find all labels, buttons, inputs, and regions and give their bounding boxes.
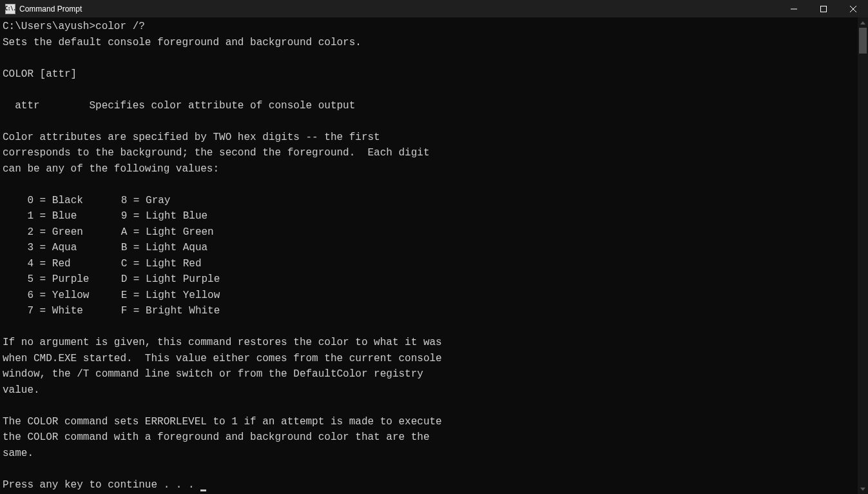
scrollbar-thumb[interactable] [859,28,867,54]
noarg-line-3: window, the /T command line switch or fr… [3,368,423,380]
explain-line-1: Color attributes are specified by TWO he… [3,132,380,143]
color-row: 6 = Yellow E = Light Yellow [27,290,220,301]
errorlevel-line-3: same. [3,448,34,459]
color-row: 5 = Purple D = Light Purple [27,273,220,285]
command-prompt-window: C:\. Command Prompt C:\Users\ayush>color… [0,0,868,494]
attr-label: attr [3,100,40,112]
scroll-up-button[interactable] [858,17,868,28]
errorlevel-line-1: The COLOR command sets ERRORLEVEL to 1 i… [3,416,442,428]
console-output[interactable]: C:\Users\ayush>color /? Sets the default… [0,17,858,494]
window-title: Command Prompt [19,5,82,14]
close-icon [850,6,856,12]
color-row: 1 = Blue 9 = Light Blue [27,210,207,222]
color-row: 7 = White F = Bright White [27,305,220,317]
vertical-scrollbar[interactable] [858,17,868,494]
color-row: 4 = Red C = Light Red [27,258,201,270]
chevron-down-icon [860,488,865,491]
maximize-icon [820,6,827,12]
explain-line-2: corresponds to the background; the secon… [3,147,430,159]
minimize-button[interactable] [779,0,809,17]
text-cursor [200,489,206,491]
color-row: 0 = Black 8 = Gray [27,195,170,206]
scrollbar-track[interactable] [858,28,868,484]
chevron-up-icon [860,21,865,25]
close-button[interactable] [838,0,868,17]
title-bar[interactable]: C:\. Command Prompt [0,0,868,17]
color-row: 3 = Aqua B = Light Aqua [27,242,207,253]
errorlevel-line-2: the COLOR command with a foreground and … [3,431,430,443]
syntax-line: COLOR [attr] [3,68,77,80]
console-area[interactable]: C:\Users\ayush>color /? Sets the default… [0,17,868,494]
attr-desc: Specifies color attribute of console out… [89,100,355,112]
scroll-down-button[interactable] [858,484,868,494]
noarg-line-4: value. [3,384,40,396]
maximize-button[interactable] [809,0,838,17]
svg-rect-1 [821,6,827,12]
press-any-key: Press any key to continue . . . [3,479,200,491]
color-row: 2 = Green A = Light Green [27,226,213,238]
minimize-icon [791,6,797,12]
prompt-command: color /? [95,21,145,32]
prompt-path: C:\Users\ayush> [3,21,95,32]
noarg-line-1: If no argument is given, this command re… [3,337,442,348]
help-intro-line: Sets the default console foreground and … [3,37,362,48]
noarg-line-2: when CMD.EXE started. This value either … [3,353,442,364]
window-controls [779,0,868,17]
explain-line-3: can be any of the following values: [3,163,219,175]
cmd-icon: C:\. [5,4,15,14]
